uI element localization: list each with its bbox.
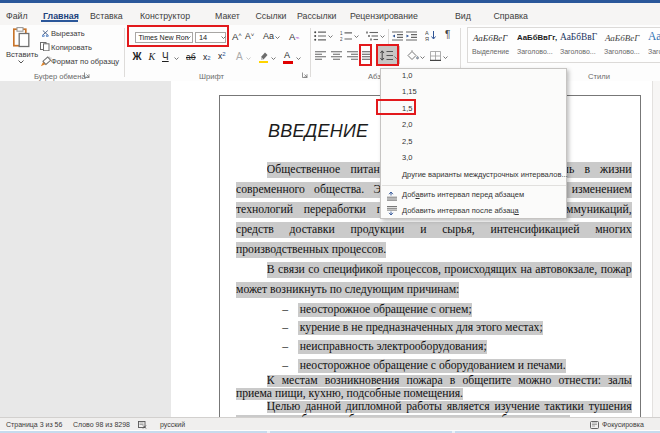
svg-text:1: 1 (340, 31, 343, 36)
svg-text:2: 2 (340, 37, 343, 41)
svg-text:Я: Я (425, 36, 429, 41)
